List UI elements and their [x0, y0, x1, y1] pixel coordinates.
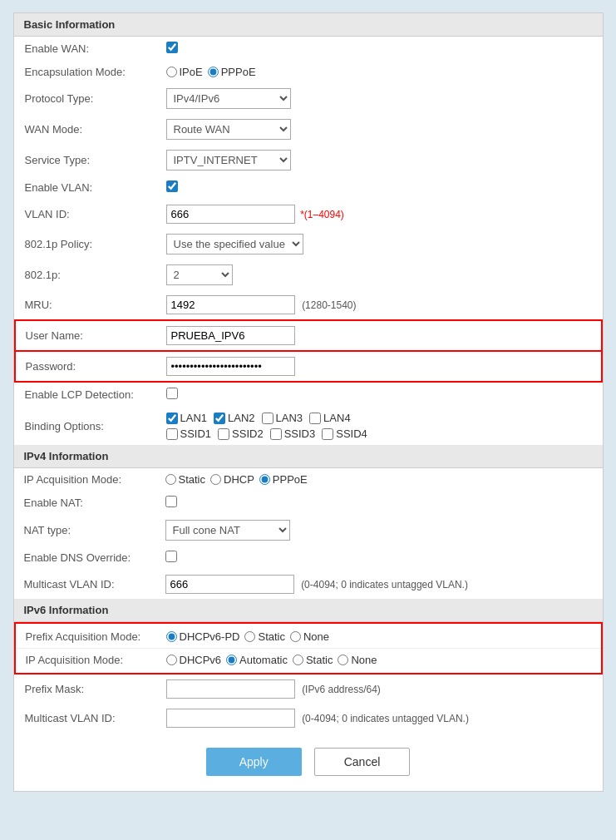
ipv4-static-label: Static [179, 473, 206, 486]
ipv6-static-label: Static [306, 654, 333, 666]
mru-label: MRU: [15, 290, 156, 320]
prefix-none-radio[interactable] [290, 631, 301, 642]
ipv4-dhcp-radio[interactable] [210, 474, 221, 485]
vlan-id-hint: *(1–4094) [300, 209, 344, 220]
ipv6-none-label: None [351, 654, 377, 666]
password-input[interactable] [166, 357, 295, 376]
binding-options-label: Binding Options: [15, 407, 156, 445]
ipv6-multicast-vlan-hint: (0-4094; 0 indicates untagged VLAN.) [302, 713, 469, 724]
ssid4-checkbox[interactable] [322, 428, 333, 440]
enable-dns-checkbox[interactable] [165, 551, 177, 562]
lan4-label: LAN4 [323, 412, 351, 424]
encap-ipoe-radio[interactable] [166, 67, 177, 77]
service-type-label: Service Type: [15, 145, 156, 175]
ssid2-checkbox[interactable] [218, 428, 229, 440]
nat-type-label: NAT type: [14, 515, 155, 546]
prefix-mask-input[interactable] [166, 679, 295, 699]
nat-type-select[interactable]: Full cone NAT [165, 520, 290, 541]
username-input[interactable] [166, 326, 295, 345]
username-label: User Name: [15, 320, 156, 351]
protocol-type-label: Protocol Type: [15, 83, 156, 114]
button-row: Apply Cancel [14, 733, 603, 791]
prefix-dhcpv6pd-label: DHCPv6-PD [180, 630, 240, 643]
ipv4-pppoe-radio[interactable] [259, 474, 270, 485]
wan-mode-label: WAN Mode: [15, 114, 156, 145]
val-802-select[interactable]: 2 [166, 264, 233, 285]
ssid4-label: SSID4 [336, 427, 367, 440]
basic-info-header: Basic Information [14, 13, 603, 37]
enable-dns-label: Enable DNS Override: [14, 546, 155, 570]
ipv4-multicast-vlan-input[interactable] [165, 575, 294, 594]
enable-wan-label: Enable WAN: [15, 37, 156, 61]
ipv6-automatic-radio[interactable] [226, 655, 237, 665]
lan1-checkbox[interactable] [166, 413, 178, 424]
ipv6-info-header: IPv6 Information [14, 599, 603, 622]
encap-pppoe-radio[interactable] [208, 67, 219, 77]
ssid3-label: SSID3 [284, 427, 316, 440]
enable-nat-label: Enable NAT: [14, 491, 155, 515]
ipv6-dhcpv6-label: DHCPv6 [180, 654, 222, 666]
ipv4-multicast-vlan-label: Multicast VLAN ID: [14, 570, 155, 599]
vlan-id-label: VLAN ID: [15, 200, 156, 229]
service-type-select[interactable]: IPTV_INTERNET [166, 150, 291, 170]
ipv6-prefix-acq-label: Prefix Acquisition Mode: [15, 623, 156, 649]
mru-hint: (1280-1540) [302, 299, 356, 311]
prefix-mask-hint: (IPv6 address/64) [302, 684, 381, 695]
ipv6-multicast-vlan-input[interactable] [166, 709, 295, 728]
ipv4-dhcp-label: DHCP [224, 473, 254, 486]
wan-mode-select[interactable]: Route WAN Bridge WAN [166, 119, 291, 140]
ipv4-info-header: IPv4 Information [14, 445, 603, 468]
prefix-static-radio[interactable] [244, 631, 255, 642]
password-label: Password: [15, 351, 156, 382]
encap-mode-label: Encapsulation Mode: [15, 61, 156, 83]
lan2-label: LAN2 [228, 412, 255, 424]
lan1-label: LAN1 [180, 412, 208, 424]
lan3-label: LAN3 [276, 412, 303, 424]
prefix-dhcpv6pd-radio[interactable] [166, 631, 177, 642]
apply-button[interactable]: Apply [206, 748, 302, 776]
prefix-static-label: Static [258, 630, 285, 643]
ssid1-label: SSID1 [180, 427, 212, 440]
lan4-checkbox[interactable] [309, 413, 321, 424]
enable-lcp-label: Enable LCP Detection: [15, 382, 156, 407]
encap-pppoe-label: PPPoE [221, 66, 256, 78]
mru-input[interactable] [166, 295, 295, 314]
ssid1-checkbox[interactable] [166, 428, 178, 440]
protocol-type-select[interactable]: IPv4/IPv6 [166, 88, 291, 109]
enable-lcp-checkbox[interactable] [166, 388, 178, 399]
ipv4-pppoe-label: PPPoE [273, 473, 308, 486]
lan3-checkbox[interactable] [262, 413, 274, 424]
cancel-button[interactable]: Cancel [314, 748, 411, 776]
ssid2-label: SSID2 [232, 427, 264, 440]
enable-vlan-checkbox[interactable] [166, 180, 178, 192]
val-802-label: 802.1p: [15, 259, 156, 290]
policy-802-select[interactable]: Use the specified value [166, 234, 303, 254]
prefix-none-label: None [303, 630, 329, 643]
ssid3-checkbox[interactable] [270, 428, 282, 440]
ipv4-ip-acq-label: IP Acquisition Mode: [14, 468, 155, 491]
enable-wan-checkbox[interactable] [166, 42, 178, 53]
ipv6-ip-acq-label: IP Acquisition Mode: [15, 649, 156, 674]
enable-nat-checkbox[interactable] [165, 496, 177, 507]
ipv6-none-radio[interactable] [338, 655, 348, 665]
ipv6-dhcpv6-radio[interactable] [166, 655, 177, 665]
ipv6-multicast-vlan-label: Multicast VLAN ID: [15, 704, 156, 733]
enable-vlan-label: Enable VLAN: [15, 175, 156, 200]
ipv4-multicast-vlan-hint: (0-4094; 0 indicates untagged VLAN.) [301, 579, 468, 590]
vlan-id-input[interactable] [166, 205, 295, 224]
policy-802-label: 802.1p Policy: [15, 229, 156, 259]
ipv6-static-radio[interactable] [293, 655, 303, 665]
lan2-checkbox[interactable] [214, 413, 225, 424]
ipv4-static-radio[interactable] [165, 474, 176, 485]
prefix-mask-label: Prefix Mask: [15, 674, 156, 704]
encap-ipoe-label: IPoE [180, 66, 203, 78]
ipv6-automatic-label: Automatic [239, 654, 288, 666]
